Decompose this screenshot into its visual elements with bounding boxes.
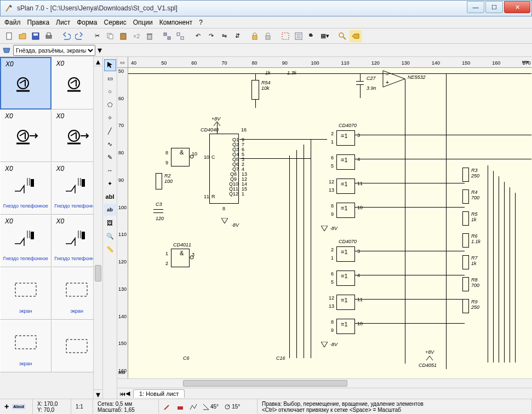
ref-c16: C16 — [276, 355, 285, 361]
and-gate-1: & — [180, 149, 184, 156]
menu-sheet[interactable]: Лист — [56, 19, 70, 26]
schematic-canvas[interactable]: 1k 1.3k R54 10k C27 3.9n −+ NE5532 — [128, 68, 532, 378]
select-area-button[interactable] — [279, 30, 291, 42]
rect-tool[interactable]: ▭ — [104, 72, 116, 84]
minimize-button[interactable]: — — [467, 1, 484, 13]
ungroup-button[interactable] — [174, 30, 186, 42]
preview-button[interactable] — [350, 30, 362, 42]
status-angle1: 45° — [210, 404, 219, 410]
zoom-button[interactable] — [336, 30, 348, 42]
xor-5: =1 — [341, 249, 348, 255]
sheet-tab-1[interactable]: 1: Новый лист — [133, 389, 185, 398]
menu-file[interactable]: Файл — [4, 19, 21, 26]
list-button[interactable] — [293, 30, 305, 42]
image-tool[interactable]: 🖼 — [104, 217, 116, 229]
menu-bar: Файл Правка Лист Форма Сервис Опции Комп… — [0, 16, 532, 28]
palette-scrollbar[interactable]: ▴ ▾ — [93, 57, 102, 399]
freehand-tool[interactable]: ✎ — [104, 151, 116, 163]
close-button[interactable]: ✕ — [504, 1, 530, 13]
line-tool[interactable]: ╱ — [104, 125, 116, 137]
label-minus8v-3: -8V — [330, 342, 337, 347]
label-plus8v-2: +8V — [425, 349, 434, 355]
layers-button[interactable]: ▦▾ — [319, 30, 331, 42]
pen-color-icon[interactable] — [163, 403, 171, 411]
palette-item-6[interactable]: X0Гнездо телефонное — [0, 215, 52, 267]
svg-line-23 — [343, 37, 346, 39]
unlock-button[interactable] — [262, 30, 274, 42]
menu-component[interactable]: Компонент — [159, 19, 193, 26]
delete-button[interactable] — [144, 30, 156, 42]
flip-v-button[interactable]: ⇵ — [231, 30, 243, 42]
duplicate-button[interactable]: ×2 — [130, 30, 142, 42]
snap-label-icon[interactable]: Abcd — [12, 404, 25, 409]
lock-button[interactable] — [249, 30, 261, 42]
palette-item-2[interactable]: X0 — [0, 110, 52, 162]
canvas-area: ▭ мм 40506070809010011012013014015016017… — [117, 57, 532, 399]
cut-button[interactable]: ✂ — [91, 30, 103, 42]
svg-rect-16 — [266, 36, 270, 39]
undo-button[interactable] — [60, 30, 72, 42]
palette-item-8[interactable]: экран — [0, 267, 52, 320]
rotate-left-button[interactable]: ↶ — [192, 30, 204, 42]
val-r4: 700 — [471, 195, 479, 200]
redo-button[interactable] — [73, 30, 85, 42]
angle45-icon[interactable] — [203, 404, 209, 410]
val-r2: 100 — [164, 179, 173, 184]
palette-item-10[interactable]: экран — [0, 320, 52, 372]
copy-button[interactable] — [104, 30, 116, 42]
group-button[interactable] — [161, 30, 173, 42]
label-minus8v-2: -8V — [330, 226, 337, 231]
tab-nav-start[interactable]: ⏮ — [119, 390, 125, 397]
special-tool[interactable]: ✧ — [104, 112, 116, 124]
circle-tool[interactable]: ○ — [104, 85, 116, 97]
flip-h-button[interactable]: ⇋ — [218, 30, 230, 42]
val-r9: 250 — [471, 304, 479, 310]
tab-nav-prev[interactable]: ◀ — [125, 390, 130, 397]
polygon-tool[interactable]: ⬠ — [104, 99, 116, 111]
zoom-tool[interactable]: 🔍 — [104, 230, 116, 242]
pointer-tool[interactable] — [104, 59, 116, 71]
ruler-vertical: мм 5060708090100110120130140150160 — [117, 68, 128, 378]
dimension-tool[interactable]: ↔ — [104, 164, 116, 176]
main-toolbar: ✂ ×2 ↶ ↷ ⇋ ⇵ ▦▾ — [0, 28, 532, 44]
save-button[interactable] — [30, 30, 42, 42]
menu-options[interactable]: Опции — [133, 19, 153, 26]
svg-rect-17 — [282, 33, 289, 39]
title-bar: sPlan 7.0 - [C:\Users\Jenya\Downloads\St… — [0, 0, 532, 16]
angle15-icon[interactable] — [224, 404, 231, 410]
menu-service[interactable]: Сервис — [104, 19, 127, 26]
new-button[interactable] — [3, 30, 15, 42]
svg-rect-2 — [33, 33, 38, 36]
xor-3: =1 — [341, 181, 348, 187]
svg-rect-34 — [31, 232, 34, 239]
maximize-button[interactable]: ☐ — [485, 1, 503, 13]
rotate-right-button[interactable]: ↷ — [205, 30, 217, 42]
label-minus8v-1: -8V — [231, 222, 239, 228]
status-grid: 0,5 мм — [116, 401, 132, 407]
menu-form[interactable]: Форма — [77, 19, 97, 26]
library-dropdown-arrow[interactable]: ▾ — [98, 45, 102, 55]
paste-button[interactable] — [117, 30, 129, 42]
polyline-icon[interactable] — [190, 403, 197, 411]
bezier-tool[interactable]: ∿ — [104, 138, 116, 150]
find-button[interactable] — [306, 30, 318, 42]
text-tool[interactable]: abI — [104, 191, 116, 203]
print-button[interactable] — [43, 30, 55, 42]
svg-rect-13 — [177, 33, 180, 36]
ruler-corner[interactable]: ▭ — [117, 57, 128, 68]
palette-item-4[interactable]: X0Гнездо телефонное — [0, 162, 52, 215]
node-tool[interactable]: ✦ — [104, 177, 116, 189]
menu-edit[interactable]: Правка — [27, 19, 50, 26]
palette-item-0[interactable]: X0 — [0, 57, 52, 110]
open-button[interactable] — [16, 30, 28, 42]
label-tool[interactable]: ab — [104, 204, 116, 216]
canvas-h-scrollbar[interactable] — [117, 378, 532, 388]
status-ratio: 1:1 — [76, 404, 88, 410]
snap-plus-icon[interactable]: ✚ — [4, 404, 9, 410]
menu-help[interactable]: ? — [199, 19, 203, 26]
fill-color-icon[interactable] — [176, 403, 184, 411]
label-1-3k: 1.3k — [287, 70, 296, 76]
library-select[interactable]: Гнёзда, разъёмы, экраны — [13, 45, 95, 56]
measure-tool[interactable]: 📏 — [104, 243, 116, 255]
status-y: Y: 70,0 — [37, 407, 66, 413]
